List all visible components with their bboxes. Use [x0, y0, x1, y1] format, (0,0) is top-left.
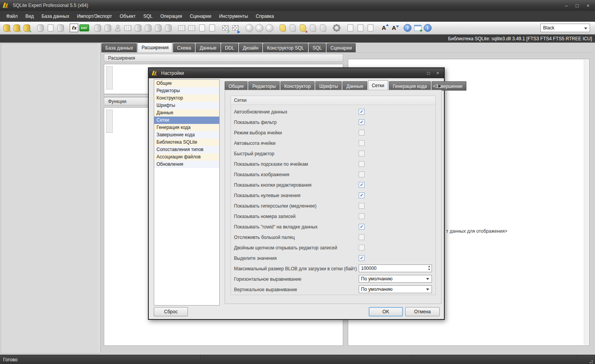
settings-nav-code-completion[interactable]: Завершение кода	[154, 131, 219, 139]
theme-select[interactable]: Black	[540, 24, 590, 32]
menu-view[interactable]: Вид	[22, 12, 38, 21]
restore-icon[interactable]: □	[572, 1, 583, 10]
tab-sql-builder[interactable]: Конструктор SQL	[263, 43, 308, 52]
vertical-splitter[interactable]	[99, 43, 101, 353]
toolbar-edit-table-button[interactable]	[187, 23, 197, 33]
tab-schema[interactable]: Схема	[173, 43, 195, 52]
toolbar-open-database-button[interactable]: *	[12, 23, 22, 33]
menu-database[interactable]: База данных	[38, 12, 73, 21]
settings-nav-general[interactable]: Общие	[154, 80, 219, 87]
show-rowid-checkbox[interactable]: ✓	[359, 224, 365, 230]
tab-sql[interactable]: SQL	[309, 43, 326, 52]
toolbar-settings-button[interactable]	[332, 23, 342, 33]
show-images-checkbox[interactable]	[359, 172, 365, 177]
settings-nav-editors[interactable]: Редакторы	[154, 87, 219, 94]
toolbar-open-script-button[interactable]	[288, 23, 298, 33]
toolbar-run-query-button[interactable]	[244, 23, 254, 33]
tab-design[interactable]: Дизайн	[239, 43, 262, 52]
settings-tab-code-generation[interactable]: Генерация кода	[389, 81, 431, 91]
toolbar-new-database-button[interactable]: *	[2, 23, 12, 33]
toolbar-new-script-button[interactable]	[278, 23, 288, 33]
toolbar-view-ddl-button[interactable]	[207, 23, 217, 33]
toolbar-new-table-button[interactable]	[177, 23, 187, 33]
tab-extensions[interactable]: Расширения	[138, 43, 172, 52]
track-thumb-checkbox[interactable]	[359, 234, 365, 240]
fast-editor-checkbox[interactable]	[359, 151, 365, 156]
settings-tab-editors[interactable]: Редакторы	[248, 81, 279, 91]
menu-scripts[interactable]: Сценарии	[186, 12, 215, 21]
toolbar-attach-database-button[interactable]: +	[22, 23, 32, 33]
toolbar-function-editor-button[interactable]: fx	[69, 23, 79, 33]
toolbar-new-view-button[interactable]	[197, 23, 207, 33]
spin-up-icon[interactable]	[428, 266, 430, 267]
toolbar-paste-button[interactable]	[355, 23, 365, 33]
toolbar-cut-record-button[interactable]	[133, 23, 143, 33]
vertical-alignment-select[interactable]: По умолчанию	[359, 285, 432, 293]
ok-button[interactable]: OK	[369, 307, 403, 316]
toolbar-export-database-button[interactable]	[163, 23, 173, 33]
show-hyperlinks-checkbox[interactable]	[359, 203, 365, 209]
close-icon[interactable]: ×	[583, 1, 593, 10]
menu-help[interactable]: Справка	[252, 12, 278, 21]
menu-import-export[interactable]: Импорт/Экспорт	[73, 12, 116, 21]
highlight-values-checkbox[interactable]: ✓	[359, 255, 365, 261]
menu-tools[interactable]: Инструменты	[215, 12, 252, 21]
horizontal-alignment-select[interactable]: По умолчанию	[359, 275, 432, 283]
toolbar-close-database-button[interactable]	[55, 23, 65, 33]
settings-tab-general[interactable]: Общие	[225, 81, 248, 91]
toolbar-vacuum-database-button[interactable]	[93, 23, 103, 33]
toolbar-record-script-button[interactable]: ●	[298, 23, 308, 33]
show-filter-checkbox[interactable]: ✓	[359, 119, 365, 125]
settings-tab-grids[interactable]: Сетки	[368, 80, 388, 91]
toolbar-increase-font-button[interactable]: A	[379, 23, 389, 33]
resize-grip[interactable]	[588, 360, 589, 361]
database-tree-panel[interactable]	[1, 43, 99, 354]
toolbar-execute-sql-check-button[interactable]: ✓	[220, 23, 230, 33]
spin-down-icon[interactable]	[428, 269, 430, 270]
settings-nav-fonts[interactable]: Шрифты	[154, 102, 219, 109]
max-blob-size-input[interactable]: 100000	[359, 264, 432, 272]
toolbar-save-database-button[interactable]	[143, 23, 153, 33]
show-cell-hints-checkbox[interactable]	[359, 161, 365, 167]
toolbar-stop-execution-button[interactable]	[264, 23, 274, 33]
toolbar-user-permissions-button[interactable]	[113, 23, 123, 33]
toolbar-check-database-button[interactable]	[103, 23, 113, 33]
show-edit-buttons-checkbox[interactable]: ✓	[359, 182, 365, 188]
menu-sql[interactable]: SQL	[139, 12, 156, 21]
toolbar-execute-sql-step-button[interactable]: ▶	[230, 23, 241, 33]
tab-ddl[interactable]: DDL	[221, 43, 238, 52]
reset-button[interactable]: Сброс	[154, 307, 188, 316]
settings-nav-sqlite-library[interactable]: Библиотека SQLite	[154, 139, 219, 146]
settings-tab-data[interactable]: Данные	[342, 81, 367, 91]
menu-operation[interactable]: Операция	[156, 12, 186, 21]
toolbar-drop-object-button[interactable]	[123, 23, 133, 33]
toolbar-export-results-button[interactable]	[365, 23, 375, 33]
tab-data[interactable]: Данные	[196, 43, 220, 52]
toolbar-repair-database-button[interactable]	[153, 23, 163, 33]
tab-scroll-right-icon[interactable]: ▶	[437, 82, 443, 89]
toolbar-decrease-font-button[interactable]: A	[389, 23, 399, 33]
settings-nav-file-associations[interactable]: Ассоциации файлов	[154, 153, 219, 161]
toolbar-check-updates-button[interactable]	[413, 23, 423, 33]
cancel-button[interactable]: Отмена	[405, 307, 440, 316]
settings-nav-code-generation[interactable]: Генерация кода	[154, 124, 219, 131]
tab-database[interactable]: База данных	[101, 43, 137, 52]
cell-auto-height-checkbox[interactable]	[359, 140, 365, 146]
settings-nav-designer[interactable]: Конструктор	[154, 94, 219, 102]
toolbar-detach-database-button[interactable]	[35, 23, 45, 33]
toolbar-save-all-scripts-button[interactable]	[318, 23, 328, 33]
dialog-close-icon[interactable]: ×	[433, 69, 442, 77]
menu-object[interactable]: Объект	[116, 12, 139, 21]
settings-nav-type-mappings[interactable]: Сопоставления типов	[154, 146, 219, 153]
toolbar-exit-application-button[interactable]: EXIT	[79, 23, 89, 33]
settings-nav-updates[interactable]: Обновления	[154, 161, 219, 168]
scrollbar[interactable]	[584, 60, 589, 345]
dialog-restore-icon[interactable]: □	[424, 69, 433, 77]
menu-file[interactable]: Файл	[2, 12, 22, 21]
tab-scroll-left-icon[interactable]: ◀	[431, 82, 437, 89]
settings-nav-grids[interactable]: Сетки	[154, 117, 219, 124]
settings-dialog-titlebar[interactable]: Настройки □ ×	[149, 68, 444, 78]
settings-tab-fonts[interactable]: Шрифты	[315, 81, 342, 91]
double-click-record-editor-checkbox[interactable]	[359, 245, 365, 251]
show-record-numbers-checkbox[interactable]	[359, 213, 365, 219]
